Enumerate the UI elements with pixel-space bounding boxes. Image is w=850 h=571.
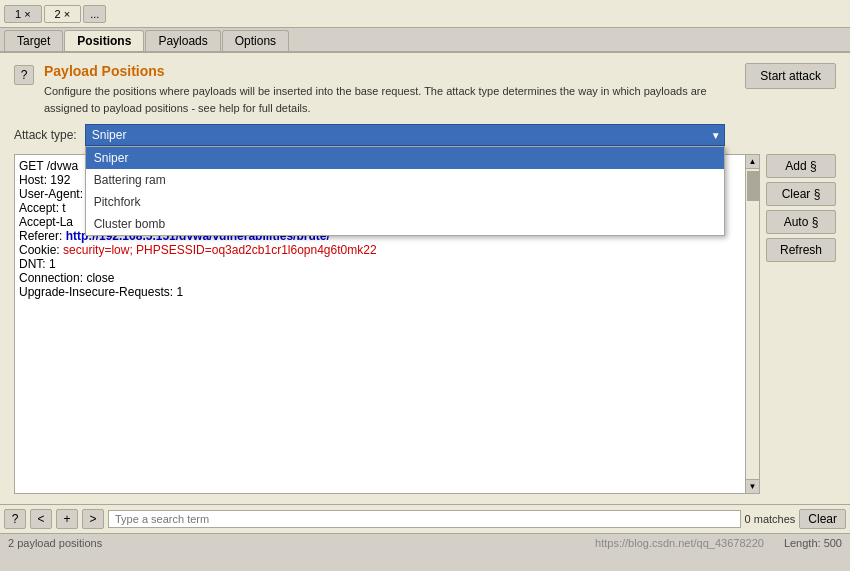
- status-right: https://blog.csdn.net/qq_43678220 Length…: [595, 537, 842, 549]
- tab-1[interactable]: 1 ×: [4, 5, 42, 23]
- tab-dots[interactable]: ...: [83, 5, 106, 23]
- status-url: https://blog.csdn.net/qq_43678220: [595, 537, 764, 549]
- page-title: Payload Positions: [44, 63, 724, 79]
- add-bottom-button[interactable]: +: [56, 509, 78, 529]
- dropdown-selected[interactable]: Sniper ▼: [85, 124, 725, 146]
- main-content: ? Payload Positions Configure the positi…: [0, 53, 850, 504]
- clear-search-button[interactable]: Clear: [799, 509, 846, 529]
- scroll-thumb: [747, 171, 759, 201]
- nav-tabs: Target Positions Payloads Options: [0, 28, 850, 53]
- request-line-10: Upgrade-Insecure-Requests: 1: [19, 285, 741, 299]
- add-section-button[interactable]: Add §: [766, 154, 836, 178]
- selected-value: Sniper: [92, 128, 127, 142]
- search-input[interactable]: [108, 510, 741, 528]
- help-bottom-button[interactable]: ?: [4, 509, 26, 529]
- dropdown-arrow-icon: ▼: [711, 130, 721, 141]
- auto-section-button[interactable]: Auto §: [766, 210, 836, 234]
- bottom-toolbar: ? < + > 0 matches Clear: [0, 504, 850, 533]
- attack-type-label: Attack type:: [14, 128, 77, 142]
- status-length: Length: 500: [784, 537, 842, 549]
- request-line-7: Cookie: security=low; PHPSESSID=oq3ad2cb…: [19, 243, 741, 257]
- next-button[interactable]: >: [82, 509, 104, 529]
- option-pitchfork[interactable]: Pitchfork: [86, 191, 724, 213]
- tab-positions[interactable]: Positions: [64, 30, 144, 51]
- option-battering-ram[interactable]: Battering ram: [86, 169, 724, 191]
- prev-button[interactable]: <: [30, 509, 52, 529]
- match-count: 0 matches: [745, 513, 796, 525]
- header-row: ? Payload Positions Configure the positi…: [14, 63, 836, 116]
- refresh-button[interactable]: Refresh: [766, 238, 836, 262]
- payload-positions-count: 2 payload positions: [8, 537, 102, 549]
- option-sniper[interactable]: Sniper: [86, 147, 724, 169]
- start-attack-button[interactable]: Start attack: [745, 63, 836, 89]
- status-bar: 2 payload positions https://blog.csdn.ne…: [0, 533, 850, 552]
- clear-section-button[interactable]: Clear §: [766, 182, 836, 206]
- request-line-9: Connection: close: [19, 271, 741, 285]
- option-cluster-bomb[interactable]: Cluster bomb: [86, 213, 724, 235]
- vertical-scrollbar[interactable]: ▲ ▼: [745, 155, 759, 493]
- side-buttons: Add § Clear § Auto § Refresh: [766, 154, 836, 494]
- scroll-down-icon[interactable]: ▼: [746, 479, 759, 493]
- header-left: ? Payload Positions Configure the positi…: [14, 63, 724, 116]
- attack-type-row: Attack type: Sniper ▼ Sniper Battering r…: [14, 124, 836, 146]
- title-bar: 1 × 2 × ...: [0, 0, 850, 28]
- header-text: Payload Positions Configure the position…: [44, 63, 724, 116]
- tab-target[interactable]: Target: [4, 30, 63, 51]
- section-description: Configure the positions where payloads w…: [44, 83, 724, 116]
- scroll-up-icon[interactable]: ▲: [746, 155, 759, 169]
- dropdown-menu: Sniper Battering ram Pitchfork Cluster b…: [85, 146, 725, 236]
- request-line-8: DNT: 1: [19, 257, 741, 271]
- tab-options[interactable]: Options: [222, 30, 289, 51]
- tab-payloads[interactable]: Payloads: [145, 30, 220, 51]
- help-icon[interactable]: ?: [14, 65, 34, 85]
- scroll-track: [746, 169, 759, 479]
- attack-type-dropdown[interactable]: Sniper ▼ Sniper Battering ram Pitchfork …: [85, 124, 725, 146]
- tab-2[interactable]: 2 ×: [44, 5, 82, 23]
